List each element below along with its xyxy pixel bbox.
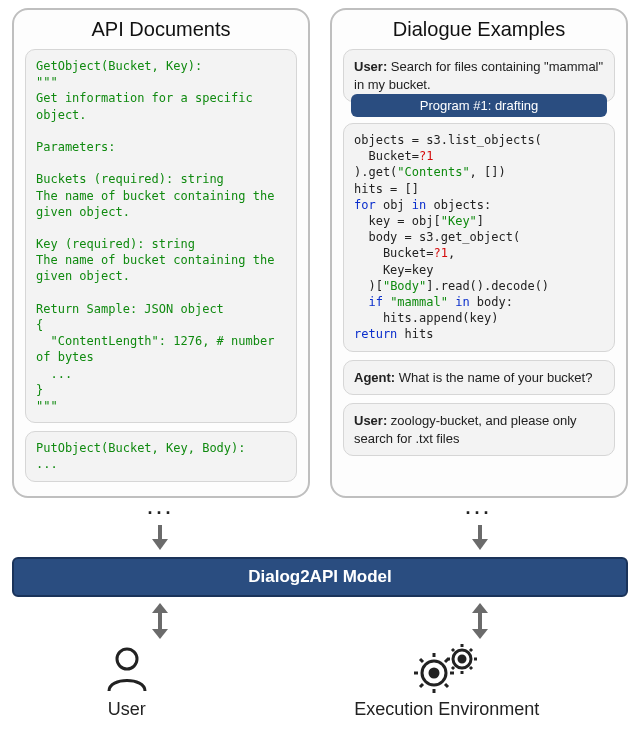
svg-line-17 <box>420 659 423 662</box>
svg-line-29 <box>452 667 454 669</box>
user-icon <box>101 643 153 695</box>
api-documents-title: API Documents <box>92 10 231 49</box>
program-header: Program #1: drafting <box>351 94 607 117</box>
api-documents-panel: API Documents GetObject(Bucket, Key): ""… <box>12 8 310 498</box>
svg-point-12 <box>430 669 438 677</box>
svg-point-22 <box>459 656 465 662</box>
api-dots: ... <box>147 498 174 518</box>
user-actor: User <box>101 643 153 720</box>
svg-line-27 <box>452 649 454 651</box>
dialog2api-model: Dialog2API Model <box>12 557 628 597</box>
api-doc-2: PutObject(Bucket, Key, Body): ... <box>25 431 297 481</box>
api-doc-1: GetObject(Bucket, Key): """ Get informat… <box>25 49 297 423</box>
user-label-2: User: <box>354 413 387 428</box>
arrow-bidirectional-icon <box>468 601 492 641</box>
dialogue-examples-panel: Dialogue Examples User: Search for files… <box>330 8 628 498</box>
svg-marker-6 <box>152 629 168 639</box>
user-label-text: User <box>108 699 146 720</box>
dialogue-agent: Agent: What is the name of your bucket? <box>343 360 615 396</box>
execution-environment-actor: Execution Environment <box>354 643 539 720</box>
user-label: User: <box>354 59 387 74</box>
arrow-down-icon <box>468 523 492 551</box>
svg-line-30 <box>470 649 472 651</box>
gears-icon <box>412 643 482 695</box>
svg-marker-1 <box>152 539 168 550</box>
arrow-down-icon <box>148 523 172 551</box>
svg-marker-3 <box>472 539 488 550</box>
svg-marker-9 <box>472 629 488 639</box>
svg-line-28 <box>470 667 472 669</box>
env-label-text: Execution Environment <box>354 699 539 720</box>
user-2-text: zoology-bucket, and please only search f… <box>354 413 577 446</box>
agent-text: What is the name of your bucket? <box>395 370 592 385</box>
agent-label: Agent: <box>354 370 395 385</box>
dialogue-user-2: User: zoology-bucket, and please only se… <box>343 403 615 456</box>
program-code: objects = s3.list_objects( Bucket=?1 ).g… <box>343 123 615 351</box>
dialogue-examples-title: Dialogue Examples <box>393 10 565 49</box>
svg-point-10 <box>117 649 137 669</box>
arrow-bidirectional-icon <box>148 601 172 641</box>
svg-line-18 <box>445 684 448 687</box>
user-1-text: Search for files containing "mammal" in … <box>354 59 603 92</box>
svg-line-19 <box>420 684 423 687</box>
dialog-dots: ... <box>465 498 492 518</box>
